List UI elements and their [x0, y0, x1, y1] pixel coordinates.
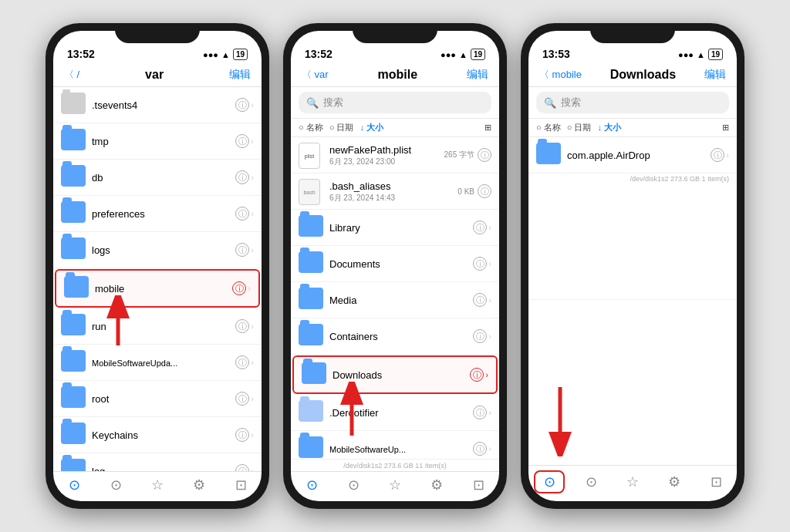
chevron-icon: › — [251, 394, 254, 403]
search-icon: 🔍 — [544, 97, 556, 109]
info-button[interactable]: ⓘ — [235, 355, 249, 369]
nav-title-1: var — [145, 68, 164, 82]
info-button[interactable]: ⓘ — [478, 184, 491, 198]
bash-file-icon: bash — [299, 179, 320, 205]
file-date: 6月 23, 2024 23:00 — [329, 157, 444, 167]
list-item-airdrop[interactable]: com.apple.AirDrop ⓘ › — [528, 137, 737, 173]
list-item[interactable]: Keychains ⓘ › — [53, 417, 262, 453]
info-button[interactable]: ⓘ — [235, 392, 249, 406]
list-item[interactable]: root ⓘ › — [53, 381, 262, 417]
info-button[interactable]: ⓘ — [473, 221, 487, 234]
info-button[interactable]: ⓘ — [473, 406, 487, 419]
info-button[interactable]: ⓘ — [478, 148, 491, 162]
footer-btn-star-3[interactable]: ☆ — [617, 473, 648, 490]
list-item-downloads[interactable]: Downloads ⓘ › — [292, 355, 498, 394]
grid-toggle[interactable]: ⊞ — [484, 123, 491, 133]
info-button[interactable]: ⓘ — [235, 319, 249, 333]
list-item[interactable]: Media ⓘ › — [291, 282, 499, 318]
sort-name[interactable]: ○ 名称 — [299, 122, 323, 133]
sort-name-label: ○ 名称 — [536, 122, 561, 133]
footer-btn-settings-3[interactable]: ⚙ — [659, 473, 690, 490]
list-item[interactable]: run ⓘ › — [53, 308, 262, 345]
disk-sub-info: /dev/disk1s2 273.6 GB 1 Item(s) — [528, 173, 737, 184]
list-item[interactable]: Documents ⓘ › — [291, 246, 499, 282]
file-size: 265 字节 — [444, 150, 474, 160]
list-item-mobile[interactable]: mobile ⓘ › — [55, 269, 260, 308]
file-name: Documents — [329, 258, 380, 270]
info-button[interactable]: ⓘ — [473, 293, 487, 307]
info-button[interactable]: ⓘ — [473, 257, 487, 271]
footer-btn-files[interactable]: ⊡ — [463, 476, 494, 493]
footer-btn-star[interactable]: ☆ — [380, 476, 410, 493]
chevron-icon: › — [251, 466, 254, 471]
info-button[interactable]: ⓘ — [235, 207, 249, 221]
nav-edit-2[interactable]: 编辑 — [467, 68, 488, 82]
grid-toggle[interactable]: ⊞ — [722, 123, 729, 133]
footer-btn-recent[interactable]: ⊙ — [100, 476, 131, 493]
file-name: Downloads — [333, 369, 382, 381]
info-button[interactable]: ⓘ — [235, 464, 249, 471]
nav-edit-1[interactable]: 编辑 — [229, 68, 251, 82]
info-button[interactable]: ⓘ — [711, 148, 724, 162]
list-item[interactable]: .tsevents4 ⓘ › — [53, 87, 262, 123]
chevron-icon: › — [251, 358, 254, 367]
sort-name[interactable]: ○ 名称 — [536, 122, 561, 133]
footer-btn-files[interactable]: ⊡ — [225, 476, 256, 493]
sort-date[interactable]: ○ 日期 — [329, 122, 354, 133]
clock-icon: ⊙ — [110, 476, 122, 493]
list-item[interactable]: bash .bash_aliases 6月 23, 2024 14:43 0 K… — [291, 173, 499, 210]
list-item[interactable]: plist newFakePath.plist 6月 23, 2024 23:0… — [291, 137, 499, 173]
file-name: Keychains — [92, 429, 138, 441]
info-button[interactable]: ⓘ — [235, 134, 249, 148]
footer-btn-clipboard[interactable]: ⊙ — [59, 476, 89, 493]
search-input-2[interactable]: 🔍 搜索 — [299, 92, 491, 113]
info-button[interactable]: ⓘ — [235, 98, 249, 112]
footer-btn-settings[interactable]: ⚙ — [184, 476, 214, 493]
footer-btn-recent[interactable]: ⊙ — [338, 476, 369, 493]
search-input-3[interactable]: 🔍 搜索 — [536, 92, 729, 113]
file-name: .bash_aliases — [329, 180, 391, 192]
list-item[interactable]: MobileSoftwareUp... ⓘ › — [291, 431, 499, 459]
sort-date-label: ○ 日期 — [329, 122, 354, 133]
list-item[interactable]: db ⓘ › — [53, 160, 262, 196]
info-button[interactable]: ⓘ — [232, 281, 246, 295]
gear-icon: ⚙ — [193, 476, 205, 493]
list-item[interactable]: MobileSoftwareUpda... ⓘ › — [53, 345, 262, 381]
footer-btn-star[interactable]: ☆ — [142, 476, 173, 493]
list-item[interactable]: preferences ⓘ › — [53, 196, 262, 232]
chevron-icon: › — [248, 284, 251, 293]
info-button[interactable]: ⓘ — [473, 329, 487, 343]
file-name: com.apple.AirDrop — [567, 150, 650, 161]
info-button[interactable]: ⓘ — [473, 442, 487, 456]
clock-icon: ⊙ — [586, 473, 597, 490]
footer-btn-settings[interactable]: ⚙ — [421, 476, 452, 493]
chevron-icon: › — [251, 136, 254, 146]
file-name: Media — [329, 295, 356, 306]
footer-btn-clipboard-3[interactable]: ⊙ — [534, 470, 565, 493]
info-button[interactable]: ⓘ — [235, 428, 249, 442]
list-item[interactable]: .Derootifier ⓘ › — [291, 395, 499, 431]
sort-date-label: ○ 日期 — [567, 122, 592, 133]
footer-btn-files-3[interactable]: ⊡ — [701, 473, 731, 490]
nav-edit-3[interactable]: 编辑 — [704, 68, 726, 82]
list-item[interactable]: logs ⓘ › — [53, 232, 262, 268]
list-item[interactable]: Containers ⓘ › — [291, 318, 499, 355]
footer-btn-clipboard[interactable]: ⊙ — [296, 476, 327, 493]
sort-size[interactable]: ↓ 大小 — [360, 122, 383, 133]
list-item[interactable]: log ⓘ › — [53, 453, 262, 471]
list-item[interactable]: Library ⓘ › — [291, 210, 499, 246]
notch-2 — [353, 23, 437, 43]
nav-back-2[interactable]: 〈 var — [302, 68, 329, 82]
list-item[interactable]: tmp ⓘ › — [53, 123, 262, 160]
footer-btn-recent-3[interactable]: ⊙ — [576, 473, 606, 490]
nav-back-3[interactable]: 〈 mobile — [539, 68, 582, 82]
sort-size[interactable]: ↓ 大小 — [597, 122, 621, 133]
files-icon: ⊡ — [711, 473, 722, 490]
info-button[interactable]: ⓘ — [235, 243, 249, 257]
sort-date[interactable]: ○ 日期 — [567, 122, 592, 133]
signal-icon-3: ●●● — [678, 50, 694, 59]
info-button[interactable]: ⓘ — [235, 170, 249, 184]
nav-back-1[interactable]: 〈 / — [64, 68, 79, 82]
chevron-icon: › — [251, 100, 254, 109]
info-button[interactable]: ⓘ — [470, 368, 484, 382]
